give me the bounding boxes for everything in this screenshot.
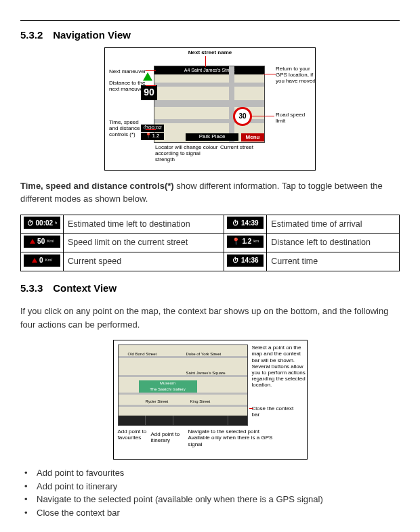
speed-box: 90 <box>141 85 157 100</box>
label-select-point: Select a point on the map and the contex… <box>252 345 306 388</box>
icon-speed-limit: 50Km/ <box>24 236 60 248</box>
label-locator: Locator will change colour according to … <box>155 144 218 163</box>
table-row: 50Km/ Speed limit on the current street … <box>21 234 400 252</box>
figure-context-view: Old Bond Street Duke of York Street Sain… <box>113 340 308 460</box>
label-return-gps: Return to your GPS location, if you have… <box>276 66 316 85</box>
list-item: Add point to favourites <box>24 466 400 480</box>
para-nav-controls: Time, speed and distance controls(*) sho… <box>20 179 400 206</box>
ctx-btn-close <box>228 416 247 425</box>
label-add-fav: Add point to favourites <box>118 428 147 441</box>
section-heading-nav: 5.3.2 Navigation View <box>20 28 400 43</box>
ctx-btn-nav <box>173 416 228 425</box>
icon-current-time: ⏱ 14:36 <box>227 254 264 267</box>
map-preview-ctx: Old Bond Street Duke of York Street Sain… <box>118 345 248 426</box>
figure-navigation-view: Next street name Next maneuver Distance … <box>104 47 316 171</box>
para-ctx: If you click on any point on the map, th… <box>20 305 400 331</box>
section-heading-ctx: 5.3.3 Context View <box>20 281 400 296</box>
ctx-btn-itin <box>146 416 173 425</box>
label-nav-selected: Navigate to the selected point Available… <box>188 428 273 447</box>
controls-table: ⏱ 00:02h Estimated time left to destinat… <box>20 215 400 271</box>
icon-distance-left: 📍 1.2km <box>227 236 264 248</box>
label-distance-next: Distance to the next maneuver <box>109 80 145 92</box>
list-item: Close the context bar <box>24 506 400 520</box>
cell-desc: Speed limit on the current street <box>64 234 224 252</box>
icon-time-remaining: ⏱ 00:02h <box>24 217 61 229</box>
label-road-speed-limit: Road speed limit <box>276 112 305 124</box>
cell-desc: Current speed <box>64 252 224 271</box>
dist-box: 📍 1.2 <box>141 133 164 140</box>
label-next-street-name: Next street name <box>105 49 315 56</box>
cell-desc: Distance left to destination <box>267 234 400 252</box>
table-row: ⏱ 00:02h Estimated time left to destinat… <box>21 215 400 234</box>
label-close-bar: Close the context bar <box>252 405 294 418</box>
label-add-itin: Add point to itinerary <box>151 431 180 443</box>
label-current-street: Current street <box>220 144 253 150</box>
list-item: Add point to itinerary <box>24 480 400 493</box>
cell-desc: Estimated time of arrival <box>267 215 400 234</box>
time-box: ⏱ 00:02 <box>141 125 164 132</box>
menu-button: Menu <box>241 133 264 141</box>
label-time-speed-dist: Time, speed and distance controls (*) <box>109 119 140 138</box>
icon-current-speed: 0Km/ <box>24 254 60 267</box>
label-next-maneuver: Next maneuver <box>109 68 146 74</box>
icon-eta: ⏱ 14:39 <box>227 217 264 229</box>
maneuver-arrow-icon <box>143 72 152 81</box>
ctx-btn-fav <box>119 416 146 425</box>
poi-label: Museum The Saatchi Gallery <box>139 380 197 393</box>
bullet-list: Add point to favourites Add point to iti… <box>20 466 400 519</box>
bottom-street: Park Place <box>186 133 238 141</box>
table-row: 0Km/ Current speed ⏱ 14:36 Current time <box>21 252 400 271</box>
list-item: Navigate to the selected point (availabl… <box>24 493 400 506</box>
map-top-street: A4 Saint James's Street <box>154 66 264 75</box>
cell-desc: Current time <box>267 252 400 271</box>
cell-desc: Estimated time left to destination <box>64 215 224 234</box>
map-preview: A4 Saint James's Street 90 30 ⏱ 00:02 📍 … <box>154 66 265 143</box>
speed-limit-icon: 30 <box>233 107 252 126</box>
